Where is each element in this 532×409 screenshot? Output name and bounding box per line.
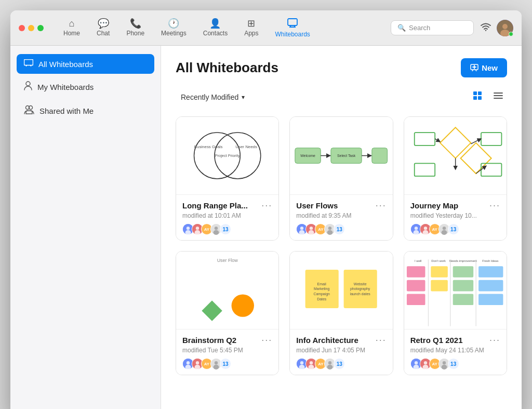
sidebar-item-shared-with-me[interactable]: Shared with Me bbox=[17, 100, 154, 122]
svg-point-52 bbox=[309, 230, 314, 235]
nav-home[interactable]: ⌂ Home bbox=[56, 16, 87, 40]
search-bar[interactable]: 🔍 Search bbox=[391, 20, 474, 35]
nav-phone[interactable]: 📞 Phone bbox=[119, 16, 152, 40]
svg-text:Email: Email bbox=[317, 282, 327, 286]
svg-point-4 bbox=[485, 30, 486, 31]
phone-icon: 📞 bbox=[130, 19, 141, 28]
card-more-button[interactable]: ··· bbox=[376, 335, 387, 346]
card-more-button[interactable]: ··· bbox=[489, 335, 500, 346]
svg-point-73 bbox=[442, 227, 445, 230]
card-info: Info Architecture ··· modified Jun 17 4:… bbox=[290, 329, 392, 375]
svg-rect-22 bbox=[478, 96, 482, 100]
search-icon: 🔍 bbox=[397, 24, 406, 32]
svg-point-101 bbox=[309, 365, 314, 370]
svg-point-77 bbox=[232, 294, 254, 316]
card-title-row: Info Architecture ··· bbox=[296, 335, 386, 346]
sidebar-item-my-whiteboards[interactable]: My Whiteboards bbox=[17, 76, 154, 98]
sort-dropdown[interactable]: Recently Modified ▾ bbox=[176, 90, 250, 104]
card-preview-journey bbox=[404, 117, 507, 195]
svg-point-48 bbox=[300, 227, 303, 230]
svg-rect-115 bbox=[431, 266, 448, 278]
search-label: Search bbox=[409, 24, 430, 32]
all-whiteboards-icon bbox=[24, 59, 33, 69]
svg-point-33 bbox=[185, 230, 191, 235]
nav-meetings-label: Meetings bbox=[161, 30, 187, 37]
svg-text:Don't work: Don't work bbox=[431, 259, 446, 262]
card-modified: modified Tue 5:45 PM bbox=[182, 347, 272, 354]
svg-point-103 bbox=[328, 361, 331, 364]
whiteboard-card-journey-map[interactable]: Journey Map ··· modified Yesterday 10... bbox=[404, 116, 507, 241]
nav-contacts-label: Contacts bbox=[203, 30, 228, 37]
nav-bar: ⌂ Home 💬 Chat 📞 Phone 🕐 Meetings 👤 Conta… bbox=[56, 15, 391, 41]
card-title: Journey Map bbox=[410, 201, 459, 210]
list-view-toggle[interactable] bbox=[489, 88, 507, 106]
card-info: Journey Map ··· modified Yesterday 10... bbox=[404, 195, 507, 240]
card-title: Info Architecture bbox=[296, 336, 358, 345]
traffic-lights bbox=[19, 25, 44, 31]
svg-point-36 bbox=[195, 230, 201, 235]
chevron-down-icon: ▾ bbox=[242, 94, 245, 101]
svg-point-39 bbox=[214, 230, 219, 235]
svg-text:I well: I well bbox=[415, 259, 421, 262]
card-more-button[interactable]: ··· bbox=[261, 335, 272, 346]
online-indicator bbox=[509, 32, 513, 36]
card-modified: modified Yesterday 10... bbox=[410, 212, 500, 219]
new-whiteboard-button[interactable]: New bbox=[461, 58, 507, 77]
nav-chat[interactable]: 💬 Chat bbox=[89, 16, 117, 40]
svg-text:Project Priority: Project Priority bbox=[215, 153, 240, 158]
svg-point-127 bbox=[423, 361, 427, 364]
whiteboard-card-user-flows[interactable]: Welcome Select Task bbox=[289, 116, 393, 241]
card-more-button[interactable]: ··· bbox=[261, 200, 272, 211]
svg-point-131 bbox=[441, 365, 447, 370]
nav-whiteboards[interactable]: Whiteboards bbox=[268, 15, 317, 41]
card-title-row: Long Range Pla... ··· bbox=[182, 200, 272, 211]
svg-rect-0 bbox=[288, 19, 297, 25]
svg-text:Dates: Dates bbox=[317, 297, 327, 301]
svg-point-54 bbox=[328, 227, 331, 230]
whiteboard-card-retro-q1[interactable]: I well Don't work Needs improvement Fres… bbox=[404, 251, 507, 375]
main-content: All Whiteboards My Whiteboards bbox=[10, 46, 522, 409]
nav-apps-label: Apps bbox=[244, 30, 258, 37]
minimize-button[interactable] bbox=[28, 25, 34, 31]
toolbar: Recently Modified ▾ bbox=[176, 88, 507, 106]
nav-meetings[interactable]: 🕐 Meetings bbox=[154, 16, 194, 40]
avatar-count: 13 bbox=[334, 223, 345, 235]
svg-text:photography: photography bbox=[350, 287, 370, 292]
sidebar-all-label: All Whiteboards bbox=[38, 60, 93, 69]
svg-line-62 bbox=[435, 139, 440, 142]
close-button[interactable] bbox=[19, 25, 25, 31]
card-title-row: Retro Q1 2021 ··· bbox=[410, 335, 500, 346]
svg-text:User Needs: User Needs bbox=[235, 144, 257, 149]
svg-point-80 bbox=[185, 365, 191, 370]
card-preview-retro: I well Don't work Needs improvement Fres… bbox=[404, 252, 507, 329]
user-avatar-container[interactable] bbox=[497, 20, 513, 36]
app-window: ⌂ Home 💬 Chat 📞 Phone 🕐 Meetings 👤 Conta… bbox=[10, 10, 522, 409]
grid-view-toggle[interactable] bbox=[469, 88, 486, 106]
maximize-button[interactable] bbox=[37, 25, 44, 31]
nav-apps[interactable]: ⊞ Apps bbox=[237, 16, 265, 40]
svg-rect-21 bbox=[473, 96, 477, 100]
sort-label: Recently Modified bbox=[181, 93, 238, 101]
nav-contacts[interactable]: 👤 Contacts bbox=[196, 16, 235, 40]
sidebar-item-all-whiteboards[interactable]: All Whiteboards bbox=[17, 54, 154, 74]
new-icon bbox=[470, 64, 478, 72]
svg-text:Campaign: Campaign bbox=[314, 292, 330, 296]
card-title-row: Journey Map ··· bbox=[410, 200, 500, 211]
svg-rect-114 bbox=[407, 294, 425, 305]
whiteboard-card-info-architecture[interactable]: Email Marketing Campaign Dates Website p… bbox=[289, 251, 393, 375]
svg-text:launch dates: launch dates bbox=[350, 292, 371, 296]
svg-rect-120 bbox=[478, 266, 503, 278]
sidebar-shared-label: Shared with Me bbox=[39, 107, 94, 115]
svg-point-51 bbox=[310, 227, 313, 230]
whiteboard-card-long-range[interactable]: Business Goals User Needs Project Priori… bbox=[176, 116, 279, 241]
svg-rect-117 bbox=[453, 266, 473, 278]
svg-text:Website: Website bbox=[354, 282, 367, 286]
whiteboard-card-brainstorm-q2[interactable]: User Flow Brainstorm Q2 ··· modified Tu bbox=[176, 251, 279, 375]
nav-whiteboards-label: Whiteboards bbox=[275, 31, 310, 38]
apps-icon: ⊞ bbox=[247, 19, 255, 28]
card-more-button[interactable]: ··· bbox=[489, 200, 500, 211]
card-title: Brainstorm Q2 bbox=[182, 336, 236, 345]
chat-icon: 💬 bbox=[98, 19, 109, 28]
card-more-button[interactable]: ··· bbox=[376, 200, 387, 211]
card-info: Brainstorm Q2 ··· modified Tue 5:45 PM A bbox=[176, 329, 278, 375]
